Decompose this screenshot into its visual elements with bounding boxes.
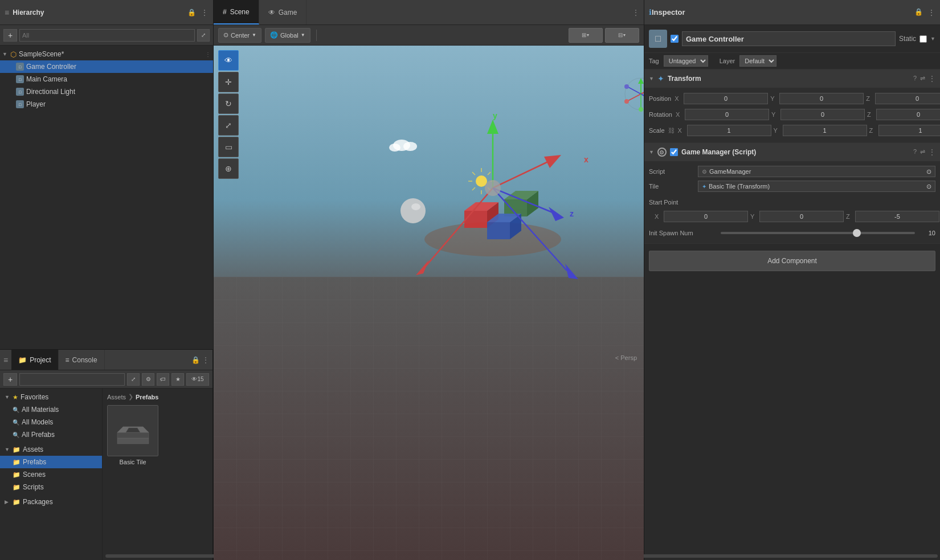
- hamburger-icon-project: ≡: [0, 355, 11, 365]
- init-spawn-slider[interactable]: [721, 232, 915, 234]
- x-arrow-head: [544, 155, 561, 168]
- hierarchy-add-button[interactable]: +: [3, 29, 17, 42]
- tile-target-icon[interactable]: ⊙: [926, 183, 931, 190]
- game-manager-settings-icon[interactable]: ⇌: [920, 148, 925, 156]
- assets-section[interactable]: ▼ 📁 Assets: [0, 443, 102, 456]
- transform-settings-icon[interactable]: ⇌: [920, 75, 925, 83]
- static-checkbox[interactable]: [919, 35, 927, 43]
- hierarchy-lock-icon[interactable]: 🔒: [187, 9, 196, 17]
- game-manager-help-icon[interactable]: ?: [913, 148, 917, 156]
- project-search-input[interactable]: [19, 373, 125, 386]
- global-dropdown[interactable]: 🌐 Global ▼: [265, 28, 310, 43]
- scale-x-input[interactable]: [687, 125, 771, 136]
- prefabs-label: Prefabs: [23, 458, 46, 466]
- game-manager-more-icon[interactable]: ⋮: [929, 148, 935, 156]
- packages-folder-icon: 📁: [13, 498, 21, 506]
- slider-thumb[interactable]: [853, 229, 861, 237]
- svg-line-26: [472, 187, 475, 190]
- scripts-item[interactable]: 📁 Scripts: [0, 481, 102, 493]
- project-more-icon[interactable]: ⋮: [202, 356, 209, 364]
- inspector-lock-icon[interactable]: 🔒: [914, 8, 923, 17]
- tag-dropdown[interactable]: Untagged: [664, 55, 708, 67]
- rotation-z-label: Z: [867, 111, 874, 118]
- asset-basic-tile[interactable]: Basic Tile: [107, 405, 158, 465]
- game-manager-arrow-icon: ▼: [649, 149, 654, 155]
- player-label: Player: [26, 100, 46, 108]
- scale-z-input[interactable]: [878, 125, 940, 136]
- object-enabled-checkbox[interactable]: [671, 35, 679, 43]
- scene-more-icon: ⋮: [632, 9, 639, 17]
- position-z-input[interactable]: [875, 93, 940, 104]
- assets-scrollbar[interactable]: [105, 554, 212, 558]
- rotation-z-input[interactable]: [876, 109, 940, 120]
- scene-3d-svg: x y z: [214, 46, 644, 560]
- add-component-button[interactable]: Add Component: [649, 251, 935, 271]
- hierarchy-item-main-camera[interactable]: □ Main Camera: [0, 73, 213, 85]
- hierarchy-item-player[interactable]: □ Player: [0, 98, 213, 111]
- scenes-label: Scenes: [23, 471, 46, 479]
- start-y-label: Y: [750, 213, 757, 220]
- game-tab-label: Game: [279, 9, 297, 17]
- position-y-input[interactable]: [779, 93, 864, 104]
- layer-dropdown[interactable]: Default: [739, 55, 776, 67]
- tab-game[interactable]: 👁 Game: [259, 0, 307, 24]
- svg-marker-29: [638, 78, 644, 84]
- transform-header[interactable]: ▼ ✦ Transform ? ⇌ ⋮: [644, 70, 940, 88]
- start-y-input[interactable]: [759, 211, 844, 222]
- game-manager-enabled-checkbox[interactable]: [670, 148, 678, 156]
- all-prefabs-item[interactable]: 🔍 All Prefabs: [0, 428, 102, 441]
- prefabs-item[interactable]: 📁 Prefabs: [0, 456, 102, 468]
- hierarchy-search-input[interactable]: [19, 29, 195, 42]
- script-value-field: ⚙ GameManager ⊙: [698, 166, 935, 177]
- project-lock-icon[interactable]: 🔒: [191, 356, 200, 364]
- project-settings-icon[interactable]: ⚙: [142, 373, 154, 386]
- project-maximize-icon[interactable]: ⤢: [127, 373, 140, 386]
- script-target-icon[interactable]: ⊙: [926, 168, 931, 175]
- rotation-y-input[interactable]: [780, 109, 865, 120]
- hierarchy-item-directional-light[interactable]: □ Directional Light: [0, 85, 213, 98]
- scene-tab-more[interactable]: ⋮: [632, 9, 644, 17]
- svg-point-39: [639, 107, 643, 112]
- hierarchy-more-icon[interactable]: ⋮: [201, 8, 209, 17]
- breadcrumb-root[interactable]: Assets: [107, 394, 126, 400]
- tab-scene[interactable]: # Scene: [214, 0, 259, 24]
- directional-light-cube-icon: □: [16, 88, 24, 96]
- script-gear-icon: ⚙: [702, 169, 707, 175]
- position-x-input[interactable]: [684, 93, 768, 104]
- transform-more-icon[interactable]: ⋮: [929, 75, 935, 83]
- project-tag-icon[interactable]: 🏷: [157, 373, 169, 386]
- scene-root-item[interactable]: ▼ ⬡ SampleScene* ⋮: [0, 48, 213, 60]
- tab-project[interactable]: 📁 Project: [11, 350, 58, 370]
- scene-viewport[interactable]: 👁 ✛ ↻ ⤢ ▭ ⊕: [214, 46, 644, 560]
- static-label: Static: [899, 35, 916, 43]
- favorites-section[interactable]: ▼ ★ Favorites: [0, 391, 102, 403]
- start-z-input[interactable]: [855, 211, 939, 222]
- transform-help-icon[interactable]: ?: [913, 75, 917, 83]
- scene-more-icon[interactable]: ⋮: [205, 51, 211, 58]
- search-icon-materials: 🔍: [13, 407, 19, 413]
- game-manager-header[interactable]: ▼ ⚙ Game Manager (Script) ? ⇌ ⋮: [644, 143, 940, 161]
- rotation-x-input[interactable]: [685, 109, 769, 120]
- project-eye-icon[interactable]: 👁15: [186, 373, 209, 386]
- center-dropdown[interactable]: ⊙ Center ▼: [218, 28, 261, 43]
- scenes-item[interactable]: 📁 Scenes: [0, 468, 102, 481]
- grid-btn-1[interactable]: ⊞ ▼: [569, 28, 603, 43]
- hierarchy-pin-icon[interactable]: ⤢: [197, 29, 210, 42]
- packages-section[interactable]: ▶ 📁 Packages: [0, 496, 102, 508]
- svg-point-35: [624, 99, 629, 104]
- static-dropdown-icon[interactable]: ▼: [930, 36, 935, 42]
- project-star-icon[interactable]: ★: [171, 373, 184, 386]
- project-add-button[interactable]: +: [3, 373, 17, 386]
- hierarchy-item-game-controller[interactable]: □ Game Controller: [0, 60, 213, 73]
- tab-console[interactable]: ≡ Console: [59, 350, 105, 370]
- y-arrow-head: [487, 120, 498, 134]
- inspector-more-icon[interactable]: ⋮: [927, 8, 935, 17]
- start-x-input[interactable]: [664, 211, 748, 222]
- grid-btn-2[interactable]: ⊟ ▼: [605, 28, 639, 43]
- all-materials-item[interactable]: 🔍 All Materials: [0, 403, 102, 416]
- scale-y-input[interactable]: [783, 125, 867, 136]
- project-content: ▼ ★ Favorites 🔍 All Materials 🔍 All Mode…: [0, 389, 212, 560]
- object-name-input[interactable]: [682, 31, 896, 46]
- all-models-item[interactable]: 🔍 All Models: [0, 416, 102, 428]
- basic-tile-label: Basic Tile: [119, 459, 146, 465]
